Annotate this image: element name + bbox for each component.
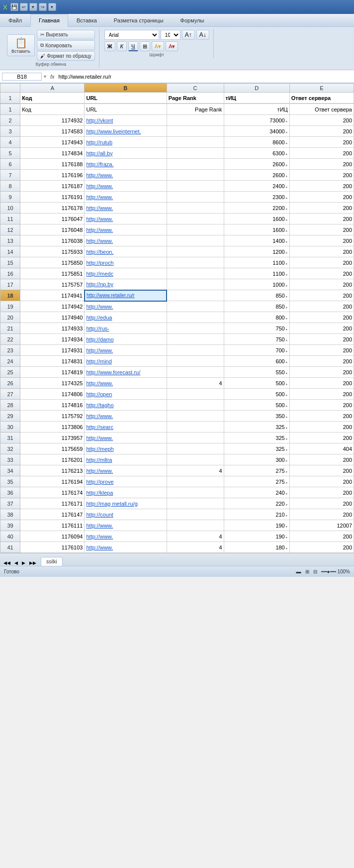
cell-b36[interactable]: http://klepa bbox=[85, 487, 167, 498]
cell-e20[interactable]: 200 bbox=[289, 312, 354, 323]
cell-ref-dropdown[interactable]: ▾ bbox=[44, 74, 46, 79]
cell-b1[interactable]: URL bbox=[85, 93, 167, 104]
cell-c41[interactable]: 4 bbox=[167, 542, 224, 553]
cell-e11[interactable]: 200 bbox=[289, 214, 354, 224]
cell-d37[interactable]: 220 ▸ bbox=[224, 498, 289, 509]
cell-e18[interactable]: 200 bbox=[289, 290, 354, 301]
cell-c28[interactable] bbox=[167, 400, 224, 411]
cell-c30[interactable] bbox=[167, 422, 224, 433]
underline-button[interactable]: Ч bbox=[128, 41, 138, 51]
cell-e13[interactable]: 200 bbox=[289, 235, 354, 246]
cell-c23[interactable] bbox=[167, 345, 224, 356]
cell-e6[interactable]: 200 bbox=[289, 159, 354, 170]
next-sheet-button[interactable]: ▶ bbox=[20, 560, 27, 566]
cell-a16[interactable]: 1175851 bbox=[20, 268, 85, 279]
cell-b12[interactable]: http://www. bbox=[85, 224, 167, 235]
grow-font-button[interactable]: A↑ bbox=[182, 30, 195, 40]
cell-c5[interactable] bbox=[167, 148, 224, 159]
col-header-c[interactable]: C bbox=[167, 84, 224, 93]
copy-button[interactable]: ⧉ Копировать bbox=[37, 40, 95, 50]
cell-a25[interactable]: 1174819 bbox=[20, 367, 85, 378]
cell-e24[interactable]: 200 bbox=[289, 356, 354, 367]
cell-e19[interactable]: 200 bbox=[289, 301, 354, 312]
cell-e38[interactable]: 200 bbox=[289, 509, 354, 520]
cell-e36[interactable]: 200 bbox=[289, 487, 354, 498]
col-header-a[interactable]: A bbox=[20, 84, 85, 93]
cell-e27[interactable]: 200 bbox=[289, 389, 354, 400]
cell-b4[interactable]: http://rutub bbox=[85, 137, 167, 148]
cell-c8[interactable] bbox=[167, 181, 224, 192]
cell-d28[interactable]: 500 ▸ bbox=[224, 400, 289, 411]
prev-sheet-button[interactable]: ◀ bbox=[13, 560, 19, 566]
cell-e33[interactable]: 200 bbox=[289, 454, 354, 465]
cell-e16[interactable]: 200 bbox=[289, 268, 354, 279]
cell-c24[interactable] bbox=[167, 356, 224, 367]
cell-d22[interactable]: 750 ▸ bbox=[224, 334, 289, 345]
cell-d31[interactable]: 325 ▸ bbox=[224, 433, 289, 443]
undo-button[interactable]: ↩ bbox=[20, 3, 28, 11]
cell-e34[interactable]: 200 bbox=[289, 465, 354, 476]
cell-a41[interactable]: 1176103 bbox=[20, 542, 85, 553]
cell-a7[interactable]: 1176196 bbox=[20, 170, 85, 181]
cell-a18[interactable]: 1174941 bbox=[20, 290, 85, 301]
cell-c39[interactable] bbox=[167, 520, 224, 531]
cell-b7[interactable]: http://www. bbox=[85, 170, 167, 181]
cell-d19[interactable]: 850 ▸ bbox=[224, 301, 289, 312]
cell-b38[interactable]: http://count bbox=[85, 509, 167, 520]
cell-e41[interactable]: 200 bbox=[289, 542, 354, 553]
cell-d16[interactable]: 1100 ▸ bbox=[224, 268, 289, 279]
font-size-select[interactable]: 10 bbox=[161, 30, 180, 40]
cell-b2[interactable]: http://vkont bbox=[85, 115, 167, 126]
cell-b27[interactable]: http://open bbox=[85, 389, 167, 400]
cell-c38[interactable] bbox=[167, 509, 224, 520]
cell-a19[interactable]: 1174942 bbox=[20, 301, 85, 312]
cell-e28[interactable]: 200 bbox=[289, 400, 354, 411]
cell-b1[interactable]: URL bbox=[85, 104, 167, 115]
cell-a8[interactable]: 1176187 bbox=[20, 181, 85, 192]
col-header-b[interactable]: B bbox=[85, 84, 167, 93]
cell-d34[interactable]: 275 ▸ bbox=[224, 465, 289, 476]
cell-a36[interactable]: 1176174 bbox=[20, 487, 85, 498]
cell-b14[interactable]: http://beon. bbox=[85, 246, 167, 257]
cell-e39[interactable]: 12007 bbox=[289, 520, 354, 531]
cell-a3[interactable]: 1174583 bbox=[20, 126, 85, 137]
font-name-select[interactable]: Arial bbox=[104, 30, 159, 40]
cell-a23[interactable]: 1174931 bbox=[20, 345, 85, 356]
cell-c1[interactable]: Page Rank bbox=[167, 104, 224, 115]
redo-button[interactable]: ↪ bbox=[39, 3, 47, 11]
cell-e5[interactable]: 200 bbox=[289, 148, 354, 159]
cell-d18[interactable]: 850 ▸ bbox=[224, 290, 289, 301]
cell-a15[interactable]: 1175850 bbox=[20, 257, 85, 268]
cell-c20[interactable] bbox=[167, 312, 224, 323]
cell-b8[interactable]: http://www. bbox=[85, 181, 167, 192]
cell-a29[interactable]: 1175792 bbox=[20, 411, 85, 422]
cell-a5[interactable]: 1174834 bbox=[20, 148, 85, 159]
cell-d4[interactable]: 8600 ▸ bbox=[224, 137, 289, 148]
cell-e23[interactable]: 200 bbox=[289, 345, 354, 356]
cell-d38[interactable]: 210 ▸ bbox=[224, 509, 289, 520]
cell-b21[interactable]: http://rus- bbox=[85, 323, 167, 334]
cell-a22[interactable]: 1174934 bbox=[20, 334, 85, 345]
cell-e2[interactable]: 200 bbox=[289, 115, 354, 126]
cell-a1[interactable]: Код bbox=[20, 104, 85, 115]
cell-b29[interactable]: http://www. bbox=[85, 411, 167, 422]
cell-e30[interactable]: 200 bbox=[289, 422, 354, 433]
cell-e1[interactable]: Ответ сервера bbox=[289, 93, 354, 104]
cell-a30[interactable]: 1173806 bbox=[20, 422, 85, 433]
cell-c12[interactable] bbox=[167, 224, 224, 235]
cell-e9[interactable]: 200 bbox=[289, 192, 354, 203]
cell-a9[interactable]: 1176191 bbox=[20, 192, 85, 203]
cell-d10[interactable]: 2200 ▸ bbox=[224, 203, 289, 214]
cell-d15[interactable]: 1100 ▸ bbox=[224, 257, 289, 268]
cell-a6[interactable]: 1176188 bbox=[20, 159, 85, 170]
cell-d35[interactable]: 275 ▸ bbox=[224, 476, 289, 487]
cell-d23[interactable]: 700 ▸ bbox=[224, 345, 289, 356]
cell-c10[interactable] bbox=[167, 203, 224, 214]
tab-file[interactable]: Файл bbox=[0, 14, 30, 26]
normal-view-button[interactable]: ▬ bbox=[296, 569, 301, 574]
cell-a17[interactable]: 1175757 bbox=[20, 279, 85, 290]
cell-b39[interactable]: http://www. bbox=[85, 520, 167, 531]
cell-c27[interactable] bbox=[167, 389, 224, 400]
cell-c3[interactable] bbox=[167, 126, 224, 137]
cell-b28[interactable]: http://tagho bbox=[85, 400, 167, 411]
